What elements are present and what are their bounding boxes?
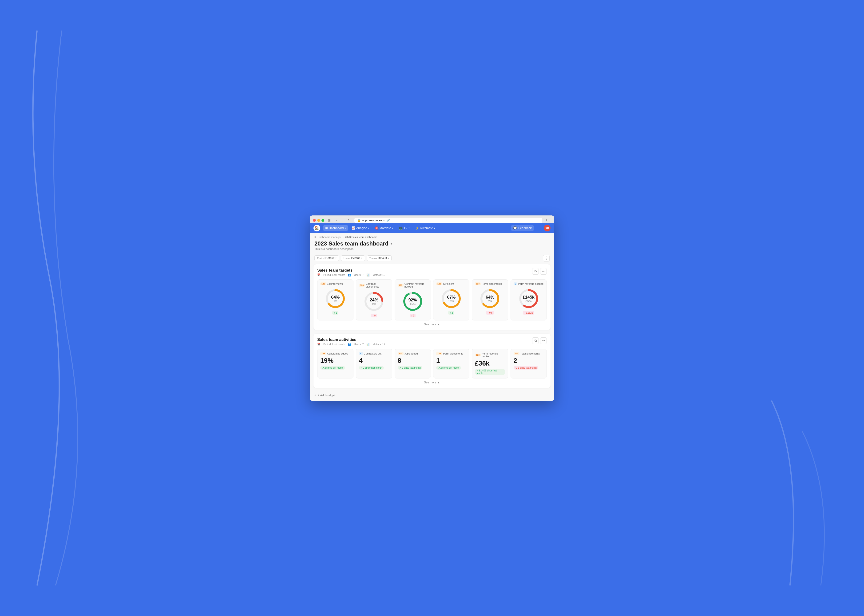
teams-filter-label: Teams — [369, 257, 377, 259]
metric-label-0: 1st interviews — [327, 282, 343, 285]
nav-dashboard-label: Dashboard — [329, 226, 344, 230]
activity-change-2: ↗ 2 since last month — [398, 366, 423, 369]
activity-card-5: 123 Total placements 2 ↘ 2 since last mo… — [511, 349, 547, 379]
donut-2: 92% 13/14 — [402, 291, 423, 312]
activities-see-more-icon: ▲ — [437, 381, 440, 384]
metric-badge-5: £ — [514, 282, 517, 285]
donut-center-2: 92% 13/14 — [408, 297, 417, 305]
activities-period-icon: 📅 — [317, 343, 320, 346]
browser-window: ⊟ ‹ › ↻ 🔒 app.oneupsales.io 🔗 ⬇ + 🏠 ⊞ — [310, 215, 554, 401]
targets-metrics: Metrics: 12 — [372, 273, 385, 276]
targets-period-icon: 📅 — [317, 273, 320, 277]
users-filter-label: Users — [344, 257, 350, 259]
refresh-button[interactable]: ↻ — [347, 218, 352, 223]
metric-label-5: Perm revenue booked — [518, 282, 544, 285]
metric-card-header-2: 123 Contract revenue booked — [398, 282, 428, 288]
donut-subtext-5: £245k — [523, 300, 534, 302]
activities-cards-grid: 123 Candidates added 19% ↗ 2 since last … — [317, 349, 547, 379]
metric-change-5: ↓ £132k — [523, 311, 534, 314]
nav-item-dashboard[interactable]: ⊞ Dashboard ▾ — [323, 225, 348, 231]
period-filter[interactable]: Period Default ▾ — [314, 255, 339, 261]
targets-see-more-button[interactable]: See more ▲ — [317, 321, 547, 326]
browser-nav: ‹ › ↻ — [334, 218, 352, 223]
tv-icon: 📺 — [399, 226, 403, 230]
feedback-button[interactable]: 💬 Feedback — [511, 225, 534, 231]
breadcrumb-parent-link[interactable]: Dashboard manager — [318, 236, 341, 239]
activity-badge-5: 123 — [514, 352, 519, 355]
metric-badge-2: 123 — [398, 284, 404, 287]
activity-card-4: 123 Perm revenue booked £36k ↗ £1,405 si… — [472, 349, 508, 379]
donut-center-0: 64% 2/6 — [331, 295, 340, 302]
users-caret-icon: ▾ — [361, 257, 363, 259]
teams-filter-value: Default — [378, 256, 387, 260]
activity-value-1: 4 — [359, 357, 389, 365]
activity-value-5: 2 — [514, 357, 544, 365]
activity-label-3: Perm placements — [443, 352, 463, 355]
browser-right-icons: ⬇ + — [545, 219, 551, 222]
activity-card-3: 123 Perm placements 1 ↗ 2 since last mon… — [433, 349, 469, 379]
activity-card-header-4: 123 Perm revenue booked — [475, 352, 505, 358]
tv-caret-icon: ▾ — [408, 227, 410, 229]
activity-card-header-5: 123 Total placements — [514, 352, 544, 355]
activity-badge-1: C — [359, 352, 363, 355]
share-icon: 🔗 — [386, 219, 390, 222]
nav-item-analyse[interactable]: 📈 Analyse ▾ — [349, 225, 372, 231]
targets-copy-button[interactable]: ⧉ — [532, 268, 539, 275]
logo-icon: 🏠 — [314, 226, 319, 230]
nav-item-motivate[interactable]: 🎯 Motivate ▾ — [372, 225, 396, 231]
teams-filter[interactable]: Teams Default ▾ — [367, 255, 391, 261]
targets-see-more-label: See more — [424, 323, 436, 326]
more-filters-button[interactable]: ⋮ — [543, 255, 550, 261]
donut-center-3: 67% 10/14 — [447, 295, 456, 302]
activity-card-1: C Contractors out 4 ↗ 2 since last month — [356, 349, 392, 379]
nav-automate-label: Automate — [420, 226, 433, 230]
activities-see-more-button[interactable]: See more ▲ — [317, 379, 547, 384]
metric-change-2: ↓ 2 — [410, 314, 416, 317]
targets-users: Users: 7 — [354, 273, 364, 276]
back-button[interactable]: ‹ — [334, 218, 339, 223]
forward-button[interactable]: › — [340, 218, 345, 223]
dot-minimize[interactable] — [317, 219, 320, 222]
dot-maximize[interactable] — [322, 219, 324, 222]
page-title-caret-icon[interactable]: ▾ — [390, 241, 392, 246]
period-caret-icon: ▾ — [335, 257, 336, 259]
activities-copy-button[interactable]: ⧉ — [532, 337, 539, 344]
logo[interactable]: 🏠 — [314, 225, 320, 231]
activities-users-icon: 👥 — [348, 343, 351, 346]
avatar-initials: XK — [546, 227, 549, 229]
dashboard-icon: ⊞ — [325, 226, 328, 230]
automate-caret-icon: ▾ — [434, 227, 435, 229]
metric-change-4: ↓ 0.5 — [486, 311, 494, 314]
targets-edit-button[interactable]: ✏ — [540, 268, 547, 275]
metric-badge-4: 123 — [475, 282, 481, 285]
activity-card-2: 123 Jobs added 8 ↗ 2 since last month — [395, 349, 431, 379]
activity-label-4: Perm revenue booked — [482, 352, 505, 358]
motivate-icon: 🎯 — [375, 226, 378, 230]
dot-close[interactable] — [313, 219, 316, 222]
donut-4: 64% 6/14 — [479, 288, 500, 309]
donut-center-1: 24% 1/16 — [370, 297, 378, 305]
avatar[interactable]: XK — [544, 225, 550, 231]
nav-item-automate[interactable]: ⚡ Automate ▾ — [413, 225, 438, 231]
more-options-button[interactable]: ⋮ — [536, 225, 542, 232]
period-filter-value: Default — [325, 256, 334, 260]
sidebar-toggle-icon[interactable]: ⊟ — [327, 218, 331, 223]
users-filter[interactable]: Users Default ▾ — [341, 255, 365, 261]
new-tab-icon[interactable]: + — [549, 219, 551, 222]
metric-label-1: Contract placements — [366, 282, 389, 288]
add-widget-button[interactable]: + + Add widget — [310, 391, 554, 401]
nav-analyse-label: Analyse — [356, 226, 367, 230]
nav-item-tv[interactable]: 📺 TV ▾ — [396, 225, 412, 231]
activities-edit-button[interactable]: ✏ — [540, 337, 547, 344]
address-bar[interactable]: 🔒 app.oneupsales.io 🔗 — [355, 218, 542, 223]
target-card-0: 123 1st interviews 64% 2/6 ↑ 1 — [317, 279, 353, 321]
activity-badge-2: 123 — [398, 352, 404, 355]
activities-period: Period: Last month — [323, 343, 345, 346]
donut-percent-1: 24% — [370, 297, 378, 302]
download-icon[interactable]: ⬇ — [545, 219, 547, 222]
metric-change-1: ↓ 9 — [371, 314, 377, 317]
metric-card-header-4: 123 Perm placements — [475, 282, 505, 285]
donut-percent-0: 64% — [331, 295, 340, 299]
activity-change-1: ↗ 2 since last month — [359, 366, 383, 369]
dashboard-caret-icon: ▾ — [345, 227, 346, 229]
